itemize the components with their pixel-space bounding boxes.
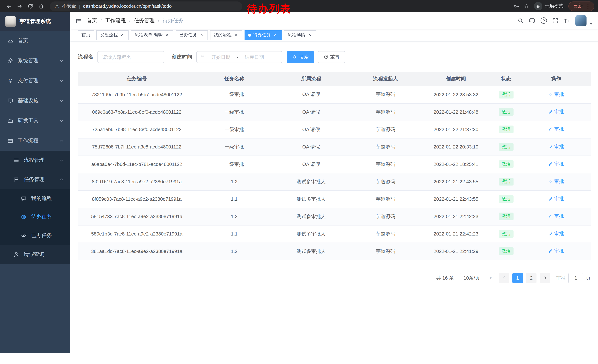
close-icon[interactable]: ×	[273, 32, 278, 38]
sidebar-item-done-tasks[interactable]: 已办任务	[0, 226, 70, 245]
browser-reload-button[interactable]	[25, 1, 35, 11]
header-starter: 流程发起人	[349, 72, 422, 86]
browser-menu-icon[interactable]: ⋮	[585, 4, 590, 9]
breadcrumb-workflow[interactable]: 工作流程	[105, 17, 126, 24]
bookmark-star-icon[interactable]: ☆	[524, 3, 529, 9]
tab-start-process[interactable]: 发起流程 ×	[96, 30, 129, 40]
date-range-picker[interactable]: -	[196, 51, 282, 63]
sidebar-item-home[interactable]: 首页	[0, 31, 70, 51]
sidebar-item-infrastructure[interactable]: 基础设施	[0, 91, 70, 111]
sidebar-item-dev-tools[interactable]: 研发工具	[0, 111, 70, 131]
hamburger-icon	[75, 18, 82, 24]
page-size-select[interactable]: 10条/页 ▾	[460, 273, 495, 283]
sidebar-item-my-process[interactable]: 我的流程	[0, 189, 70, 208]
url-text: dashboard.yudao.iocoder.cn/bpm/task/todo	[83, 4, 172, 9]
update-label: 更新	[573, 3, 583, 9]
page-1-button[interactable]: 1	[512, 273, 523, 283]
task-id-cell: 73211d9d-7b9b-11ec-b5b7-acde48001122	[78, 86, 196, 103]
help-icon[interactable]: ?	[540, 17, 547, 24]
tab-process-detail[interactable]: 流程详情 ×	[284, 30, 316, 40]
table-header-row: 任务编号 任务名称 所属流程 流程发起人 创建时间 状态 操作	[78, 72, 590, 86]
breadcrumb-task-management[interactable]: 任务管理	[134, 17, 155, 24]
tab-home[interactable]: 首页	[78, 30, 94, 40]
reset-button[interactable]: 重置	[318, 51, 345, 63]
sidebar-item-process-management[interactable]: 流程管理	[0, 151, 70, 170]
font-size-icon[interactable]: TT	[564, 18, 570, 23]
user-avatar[interactable]	[576, 15, 587, 26]
avatar-caret-icon[interactable]: ▾	[590, 21, 592, 26]
status-cell: 激活	[490, 225, 521, 243]
search-icon[interactable]	[518, 18, 523, 24]
toolbox-icon	[8, 118, 13, 124]
approve-link[interactable]: 审批	[548, 161, 564, 168]
sidebar-collapse-button[interactable]	[70, 12, 87, 29]
page-2-button[interactable]: 2	[526, 273, 537, 283]
tab-form-edit[interactable]: 流程表单-编辑 ×	[131, 30, 173, 40]
password-key-icon[interactable]	[513, 3, 519, 9]
edit-pencil-icon	[548, 110, 553, 114]
starter-cell: 芋道源码	[349, 173, 422, 190]
process-cell: OA 请假	[273, 103, 349, 121]
sidebar-menu: 首页 系统管理 ¥ 支付管理 基础设施	[0, 31, 70, 264]
breadcrumb-home[interactable]: 首页	[87, 17, 97, 24]
edit-pencil-icon	[548, 231, 553, 236]
status-cell: 激活	[490, 155, 521, 173]
address-bar[interactable]: ⚠ 不安全 | dashboard.yudao.iocoder.cn/bpm/t…	[50, 1, 242, 11]
task-id-cell: a6aba0a4-7b6d-11ec-b781-acde48001122	[78, 155, 196, 173]
process-name-input[interactable]	[98, 51, 164, 63]
approve-link[interactable]: 审批	[548, 213, 564, 220]
close-icon[interactable]: ×	[233, 32, 239, 38]
table-row: 069c6a63-7b8a-11ec-8ef0-acde48001122 一级审…	[78, 103, 590, 121]
prev-page-button[interactable]	[499, 273, 509, 283]
sidebar-item-workflow[interactable]: 工作流程	[0, 131, 70, 151]
tab-todo-tasks[interactable]: 待办任务 ×	[245, 30, 282, 40]
browser-forward-button[interactable]	[15, 1, 25, 11]
close-icon[interactable]: ×	[120, 32, 125, 38]
sidebar-item-task-management[interactable]: 任务管理	[0, 170, 70, 189]
browser-update-button[interactable]: 更新 ⋮	[568, 1, 594, 11]
breadcrumb: 首页 / 工作流程 / 任务管理 / 待办任务	[87, 17, 183, 24]
tab-done-tasks[interactable]: 已办任务 ×	[176, 30, 208, 40]
status-badge: 激活	[498, 212, 513, 220]
incognito-indicator: 无痕模式	[534, 2, 564, 10]
next-page-button[interactable]	[540, 273, 550, 283]
github-icon[interactable]	[529, 18, 535, 24]
goto-page-input[interactable]	[568, 273, 583, 283]
close-icon[interactable]: ×	[199, 32, 204, 38]
approve-link[interactable]: 审批	[548, 126, 564, 133]
sidebar-item-payment[interactable]: ¥ 支付管理	[0, 71, 70, 91]
edit-pencil-icon	[548, 92, 553, 97]
fullscreen-icon[interactable]	[552, 18, 558, 24]
end-date-input[interactable]	[239, 54, 270, 60]
status-cell: 激活	[490, 208, 521, 225]
start-date-input[interactable]	[206, 54, 236, 60]
sidebar-item-system[interactable]: 系统管理	[0, 51, 70, 71]
approve-link[interactable]: 审批	[548, 196, 564, 202]
approve-link[interactable]: 审批	[548, 248, 564, 255]
approve-link[interactable]: 审批	[548, 109, 564, 115]
browser-toolbar-right: ☆ 无痕模式 更新 ⋮	[513, 1, 594, 11]
task-name-cell: 一级审批	[196, 103, 273, 121]
action-cell: 审批	[521, 190, 590, 208]
close-icon[interactable]: ×	[165, 32, 170, 38]
browser-home-button[interactable]	[36, 1, 46, 11]
approve-link[interactable]: 审批	[548, 144, 564, 150]
search-button[interactable]: 搜索	[287, 51, 314, 63]
close-icon[interactable]: ×	[307, 32, 312, 38]
process-name-label: 流程名	[78, 54, 93, 60]
table-row: 381aa1dd-7ac8-11ec-a9e2-a2380e71991a 1.2…	[78, 243, 590, 260]
app-logo[interactable]: 芋道管理系统	[0, 12, 70, 31]
process-cell: 测试多审批人	[273, 243, 349, 260]
action-cell: 审批	[521, 103, 590, 121]
sidebar-item-todo-tasks[interactable]: 待办任务	[0, 208, 70, 226]
tab-my-process[interactable]: 我的流程 ×	[210, 30, 242, 40]
approve-link[interactable]: 审批	[548, 91, 564, 98]
status-cell: 激活	[490, 86, 521, 103]
browser-back-button[interactable]	[4, 1, 14, 11]
action-cell: 审批	[521, 86, 590, 103]
status-badge: 激活	[498, 143, 513, 151]
approve-link[interactable]: 审批	[548, 178, 564, 185]
sidebar-item-leave-query[interactable]: 请假查询	[0, 245, 70, 264]
chevron-right-icon	[543, 275, 548, 280]
approve-link[interactable]: 审批	[548, 231, 564, 237]
